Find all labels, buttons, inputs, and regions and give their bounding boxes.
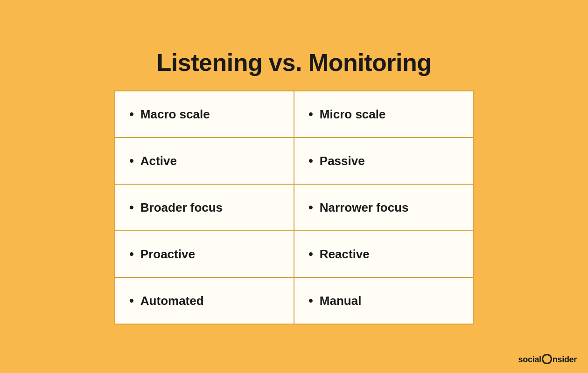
cell-right-text-3: Reactive bbox=[308, 247, 370, 262]
brand-name-before: social bbox=[518, 355, 541, 365]
cell-right-2: Narrower focus bbox=[294, 184, 473, 231]
cell-left-text-0: Macro scale bbox=[129, 107, 210, 122]
cell-right-text-0: Micro scale bbox=[308, 107, 385, 122]
cell-right-text-2: Narrower focus bbox=[308, 200, 409, 215]
cell-right-4: Manual bbox=[294, 277, 473, 324]
table-row: Macro scaleMicro scale bbox=[115, 91, 473, 138]
cell-right-1: Passive bbox=[294, 138, 473, 184]
table-row: ActivePassive bbox=[115, 138, 473, 184]
cell-left-text-4: Automated bbox=[129, 293, 204, 308]
table-row: ProactiveReactive bbox=[115, 231, 473, 277]
cell-left-1: Active bbox=[115, 138, 294, 184]
cell-right-0: Micro scale bbox=[294, 91, 473, 138]
cell-right-3: Reactive bbox=[294, 231, 473, 277]
cell-right-text-1: Passive bbox=[308, 153, 365, 168]
cell-left-text-1: Active bbox=[129, 153, 177, 168]
table-row: Broader focusNarrower focus bbox=[115, 184, 473, 231]
cell-left-4: Automated bbox=[115, 277, 294, 324]
cell-left-3: Proactive bbox=[115, 231, 294, 277]
cell-right-text-4: Manual bbox=[308, 293, 361, 308]
brand-name-after: nsider bbox=[553, 355, 577, 365]
brand-logo: socialnsider bbox=[518, 354, 577, 365]
cell-left-0: Macro scale bbox=[115, 91, 294, 138]
brand-dot-icon bbox=[542, 354, 552, 364]
cell-left-2: Broader focus bbox=[115, 184, 294, 231]
cell-left-text-2: Broader focus bbox=[129, 200, 223, 215]
comparison-table: Macro scaleMicro scaleActivePassiveBroad… bbox=[114, 90, 474, 325]
page-title: Listening vs. Monitoring bbox=[157, 48, 432, 76]
table-row: AutomatedManual bbox=[115, 277, 473, 324]
cell-left-text-3: Proactive bbox=[129, 247, 195, 262]
